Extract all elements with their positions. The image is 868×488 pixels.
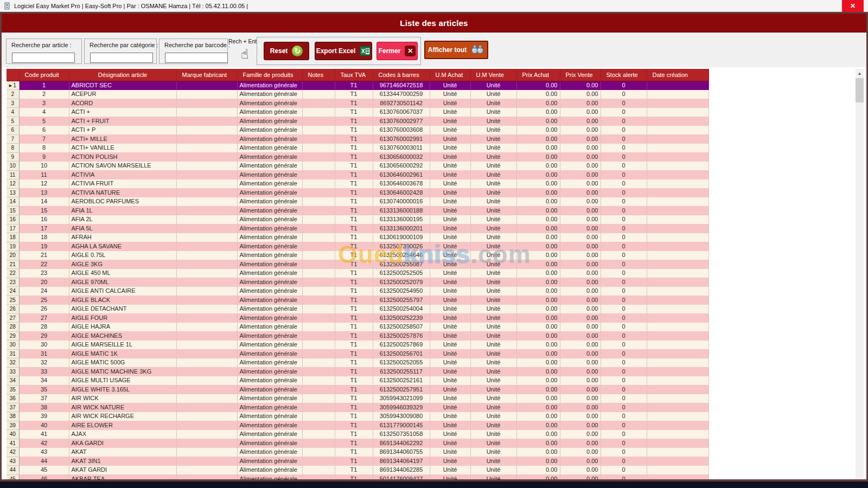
grid-cell[interactable]: 6132500257869 bbox=[373, 341, 430, 350]
grid-cell[interactable]: Unité bbox=[470, 331, 516, 341]
grid-cell[interactable]: 6130760067037 bbox=[373, 108, 430, 117]
row-header[interactable]: 20 bbox=[7, 251, 19, 260]
grid-cell[interactable]: Alimentation générale bbox=[237, 170, 302, 179]
grid-cell[interactable]: 6133447000259 bbox=[373, 90, 430, 99]
grid-cell[interactable]: 8691344060755 bbox=[373, 448, 430, 457]
grid-cell[interactable]: 0.00 bbox=[560, 394, 601, 403]
grid-cell[interactable]: Unité bbox=[470, 126, 516, 135]
grid-cell[interactable]: T1 bbox=[335, 99, 373, 108]
grid-cell[interactable]: 0.00 bbox=[560, 403, 601, 412]
grid-cell[interactable]: AEROBLOC PARFUMES bbox=[69, 197, 176, 207]
grid-cell[interactable]: 5 bbox=[19, 117, 69, 126]
grid-cell[interactable] bbox=[647, 179, 709, 189]
table-row[interactable]: 4243AKATAlimentation généraleT1869134406… bbox=[7, 448, 709, 457]
grid-cell[interactable] bbox=[176, 421, 237, 430]
table-row[interactable]: 4142AKA GARDIAlimentation généraleT18691… bbox=[7, 439, 709, 448]
grid-cell[interactable]: Unité bbox=[430, 144, 470, 153]
grid-cell[interactable]: 0.00 bbox=[560, 457, 601, 466]
grid-cell[interactable]: AIGLE HAJRA bbox=[69, 323, 176, 332]
grid-cell[interactable]: 0.00 bbox=[560, 108, 601, 117]
row-header[interactable]: 42 bbox=[7, 448, 19, 457]
grid-cell[interactable]: Alimentation générale bbox=[237, 474, 302, 479]
grid-cell[interactable]: 0.00 bbox=[516, 349, 560, 358]
grid-cell[interactable]: 0 bbox=[601, 376, 647, 386]
grid-cell[interactable]: 37 bbox=[19, 394, 69, 403]
grid-cell[interactable]: Unité bbox=[430, 134, 470, 144]
grid-cell[interactable] bbox=[302, 305, 335, 314]
grid-cell[interactable]: ACTI + FRUIT bbox=[69, 117, 176, 126]
grid-cell[interactable]: 0 bbox=[601, 251, 647, 260]
grid-cell[interactable]: T1 bbox=[335, 206, 373, 215]
grid-cell[interactable] bbox=[302, 242, 335, 251]
grid-cell[interactable]: 0.00 bbox=[560, 126, 601, 135]
grid-cell[interactable]: AFIA 2L bbox=[69, 215, 176, 224]
row-header[interactable]: 2 bbox=[7, 90, 19, 99]
grid-cell[interactable]: 0 bbox=[601, 90, 647, 99]
grid-cell[interactable] bbox=[302, 466, 335, 475]
row-header[interactable]: 24 bbox=[7, 287, 19, 296]
grid-cell[interactable]: 6130760002991 bbox=[373, 134, 430, 144]
table-row[interactable]: 2828AIGLE HAJRAAlimentation généraleT161… bbox=[7, 323, 709, 332]
grid-cell[interactable] bbox=[176, 197, 237, 207]
grid-cell[interactable]: 8691344062285 bbox=[373, 466, 430, 475]
grid-cell[interactable] bbox=[647, 358, 709, 368]
grid-cell[interactable]: AIGLE DETACHANT bbox=[69, 305, 176, 314]
table-row[interactable]: 2021AIGLE 0.75LAlimentation généraleT161… bbox=[7, 251, 709, 260]
grid-cell[interactable]: 23 bbox=[19, 269, 69, 278]
grid-cell[interactable]: Unité bbox=[430, 439, 470, 448]
grid-cell[interactable] bbox=[176, 162, 237, 171]
grid-cell[interactable] bbox=[176, 242, 237, 251]
grid-cell[interactable] bbox=[302, 269, 335, 278]
grid-cell[interactable]: 35 bbox=[19, 385, 69, 394]
grid-cell[interactable]: T1 bbox=[335, 233, 373, 242]
table-row[interactable]: 22ACEPURAlimentation généraleT1613344700… bbox=[7, 90, 709, 99]
grid-cell[interactable]: 0.00 bbox=[560, 466, 601, 475]
row-header[interactable]: 17 bbox=[7, 224, 19, 233]
grid-cell[interactable]: AIGLE MARSEILLE 1L bbox=[69, 341, 176, 350]
column-header[interactable]: Stock alerte bbox=[601, 69, 647, 81]
grid-cell[interactable]: 0.00 bbox=[516, 117, 560, 126]
grid-cell[interactable]: Alimentation générale bbox=[237, 206, 302, 215]
grid-cell[interactable]: Unité bbox=[430, 394, 470, 403]
grid-cell[interactable]: 0 bbox=[601, 457, 647, 466]
grid-cell[interactable]: Unité bbox=[470, 278, 516, 287]
grid-cell[interactable]: 8691344064197 bbox=[373, 457, 430, 466]
grid-cell[interactable]: Unité bbox=[430, 197, 470, 207]
grid-cell[interactable] bbox=[647, 439, 709, 448]
row-header[interactable]: 37 bbox=[7, 403, 19, 412]
grid-cell[interactable]: AFIA 5L bbox=[69, 224, 176, 233]
grid-cell[interactable] bbox=[302, 385, 335, 394]
grid-cell[interactable]: AIGLE 0.75L bbox=[69, 251, 176, 260]
column-header[interactable]: Notes bbox=[302, 69, 335, 81]
grid-cell[interactable]: 0.00 bbox=[516, 313, 560, 323]
grid-cell[interactable] bbox=[176, 179, 237, 189]
grid-cell[interactable]: T1 bbox=[335, 385, 373, 394]
grid-cell[interactable]: AIGLE MATIC 500G bbox=[69, 358, 176, 368]
grid-cell[interactable] bbox=[647, 457, 709, 466]
grid-cell[interactable]: AIGLE 3KG bbox=[69, 260, 176, 269]
grid-cell[interactable]: T1 bbox=[335, 305, 373, 314]
grid-cell[interactable]: 0.00 bbox=[516, 323, 560, 332]
grid-cell[interactable]: 8692730501142 bbox=[373, 99, 430, 108]
grid-cell[interactable]: T1 bbox=[335, 152, 373, 162]
grid-cell[interactable]: Unité bbox=[430, 242, 470, 251]
table-row[interactable]: 88ACTI+ VANILLEAlimentation généraleT161… bbox=[7, 144, 709, 153]
grid-cell[interactable]: T1 bbox=[335, 188, 373, 197]
grid-cell[interactable]: Unité bbox=[430, 412, 470, 421]
grid-cell[interactable]: 0.00 bbox=[560, 430, 601, 439]
grid-cell[interactable]: Unité bbox=[430, 179, 470, 189]
grid-cell[interactable]: AKBAR TEA bbox=[69, 474, 176, 479]
grid-cell[interactable] bbox=[176, 224, 237, 233]
grid-cell[interactable]: 38 bbox=[19, 403, 69, 412]
grid-cell[interactable]: 0 bbox=[601, 269, 647, 278]
grid-cell[interactable]: 0.00 bbox=[560, 188, 601, 197]
grid-cell[interactable]: AKAT GARDI bbox=[69, 466, 176, 475]
grid-cell[interactable] bbox=[302, 126, 335, 135]
row-header[interactable]: 25 bbox=[7, 296, 19, 305]
grid-cell[interactable]: 6132500252505 bbox=[373, 269, 430, 278]
grid-cell[interactable]: 39 bbox=[19, 412, 69, 421]
grid-cell[interactable]: Unité bbox=[430, 126, 470, 135]
grid-cell[interactable]: 6132500252161 bbox=[373, 376, 430, 386]
grid-cell[interactable]: 22 bbox=[19, 260, 69, 269]
grid-cell[interactable]: 2 bbox=[19, 90, 69, 99]
